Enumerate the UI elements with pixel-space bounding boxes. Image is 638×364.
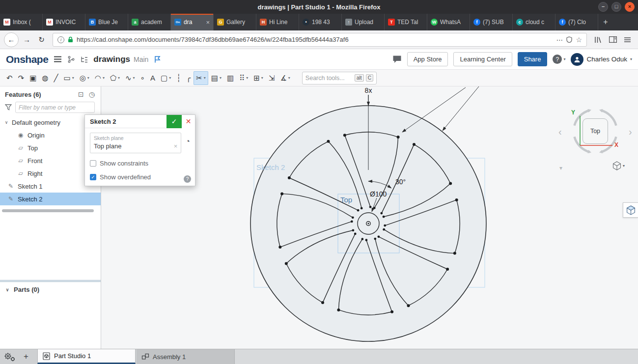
sketch-vertex[interactable] [453, 252, 456, 255]
rotate-left-chevron[interactable]: ‹ [558, 127, 562, 137]
browser-tab-7-clo[interactable]: f(7) Clo [555, 14, 598, 30]
line-icon[interactable]: ╱ [51, 71, 60, 85]
back-button[interactable]: ← [4, 32, 19, 47]
library-icon[interactable] [591, 33, 605, 46]
refresh-button[interactable]: ↻ [35, 33, 48, 46]
app-store-button[interactable]: App Store [407, 52, 448, 66]
sketch-vertex[interactable] [352, 229, 355, 231]
browser-tab-blue-je[interactable]: BBlue Je [85, 14, 128, 30]
close-button[interactable]: × [625, 2, 635, 12]
browser-tab-upload[interactable]: ↑Upload [342, 14, 385, 30]
collapse-caret-icon[interactable]: ∨ [4, 120, 9, 125]
tab-assembly-1[interactable]: Assembly 1 [137, 349, 235, 364]
sketch-vertex[interactable] [321, 301, 324, 304]
chevron-down-icon[interactable]: ▾ [169, 76, 171, 80]
sketch-vertex[interactable] [280, 192, 283, 195]
chevron-down-icon[interactable]: ▾ [72, 76, 74, 80]
user-menu[interactable]: Charles Oduk ▾ [571, 53, 632, 66]
checkbox-show-overdefined[interactable]: ✓Show overdefined [90, 173, 190, 181]
minimize-button[interactable]: – [598, 2, 608, 12]
sketch-vertex[interactable] [407, 304, 410, 307]
feature-item-sketch-2[interactable]: ✎Sketch 2 [0, 193, 101, 205]
ruler-icon[interactable]: ▥ [224, 71, 236, 85]
tab-part-studio-1[interactable]: Part Studio 1 [37, 349, 136, 364]
measure-icon[interactable]: ∡▾ [277, 71, 292, 85]
angle-dimension[interactable]: 30° [395, 178, 406, 186]
sketch-dialog[interactable]: Sketch 2 ✓ ✕ Sketch plane Top plane × ◔ … [84, 114, 195, 186]
slot-icon[interactable]: ▢▾ [158, 71, 173, 85]
sketch-vertex[interactable] [374, 238, 376, 240]
sketch-vertex[interactable] [352, 216, 354, 219]
chevron-down-icon[interactable]: ▾ [288, 76, 290, 80]
sketch-vertex[interactable] [357, 209, 360, 212]
view-cube-menu[interactable]: ▾ [612, 161, 625, 170]
chevron-down-icon[interactable]: ▾ [133, 76, 135, 80]
document-menu-icon[interactable] [54, 56, 62, 62]
help-menu[interactable]: ? ▾ [553, 55, 565, 64]
redo-icon[interactable]: ↷ [16, 71, 27, 85]
pattern-count-dimension[interactable]: 8x [365, 86, 372, 94]
browser-tab-hi-line[interactable]: HHi Line [256, 14, 299, 30]
sphere-icon[interactable]: ◍ [39, 71, 51, 85]
bookmark-star-icon[interactable]: ☆ [576, 36, 582, 44]
versions-icon[interactable] [67, 56, 75, 63]
browser-tab-inbox[interactable]: MInbox ( [0, 14, 43, 30]
sketch-vertex[interactable] [383, 228, 385, 231]
url-bar[interactable]: i https://cad.onshape.com/documents/7398… [53, 33, 587, 47]
chevron-down-icon[interactable]: ▾ [246, 76, 248, 80]
tab-close-icon[interactable]: × [206, 19, 210, 26]
help-icon[interactable]: ? [184, 175, 191, 183]
rotate-right-chevron[interactable]: › [629, 127, 632, 137]
checkbox-show-constraints[interactable]: Show constraints [90, 160, 190, 167]
share-status-icon[interactable] [154, 56, 162, 63]
history-clock-icon[interactable]: ◷ [89, 90, 95, 98]
sketch-vertex[interactable] [351, 221, 353, 223]
browser-tab-gallery[interactable]: GGallery [214, 14, 256, 30]
sketch-vertex[interactable] [327, 140, 330, 143]
sketch-vertex[interactable] [343, 134, 346, 137]
sketch-vertex[interactable] [373, 207, 376, 209]
url-text[interactable]: https://cad.onshape.com/documents/73984c… [77, 36, 553, 43]
sketch-vertex[interactable] [285, 262, 288, 265]
learning-center-button[interactable]: Learning Center [453, 52, 512, 66]
chevron-down-icon[interactable]: ▾ [220, 76, 222, 80]
browser-tab-cloud-c[interactable]: ccloud c [513, 14, 555, 30]
menu-icon[interactable] [621, 33, 634, 46]
browser-tab-whatsa[interactable]: WWhatsA [427, 14, 470, 30]
manage-tabs-gear-icon[interactable] [0, 349, 19, 364]
document-title[interactable]: drawings [93, 55, 130, 64]
diameter-dimension[interactable]: Ø100 [370, 190, 387, 198]
chevron-down-icon[interactable]: ▾ [261, 76, 263, 80]
cancel-button[interactable]: ✕ [182, 115, 195, 128]
filter-funnel-icon[interactable] [5, 104, 12, 111]
filter-input[interactable] [15, 102, 95, 113]
isometric-view-button[interactable] [623, 202, 638, 218]
sketch-vertex[interactable] [378, 235, 380, 238]
spline-icon[interactable]: ∿▾ [123, 71, 138, 85]
new-tab-button[interactable]: + [598, 14, 613, 30]
sidebar-toggle-icon[interactable] [606, 33, 619, 46]
arc-icon[interactable]: ◠▾ [92, 71, 107, 85]
maximize-button[interactable]: □ [611, 2, 621, 12]
help-icon[interactable]: ? [553, 55, 562, 64]
undo-icon[interactable]: ↶ [4, 71, 15, 85]
trim-icon[interactable]: ✂▾ [194, 71, 208, 85]
construction-icon[interactable]: ┆ [174, 71, 183, 85]
sketch-plane-field[interactable]: Sketch plane Top plane × [90, 133, 181, 153]
workspace-name[interactable]: Main [134, 56, 148, 63]
site-info-icon[interactable]: i [57, 36, 64, 43]
offset-icon[interactable]: ▤▾ [209, 71, 224, 85]
more-views-chevron[interactable]: ▾ [559, 165, 562, 171]
search-tools-box[interactable]: alt C [302, 72, 377, 84]
search-tools-input[interactable] [305, 75, 353, 82]
browser-tab-198-43[interactable]: •198 43 [299, 14, 342, 30]
browser-tab-invoic[interactable]: MINVOIC [43, 14, 85, 30]
sketch-vertex[interactable] [446, 268, 449, 271]
browser-tab-academ[interactable]: aacadem [128, 14, 171, 30]
browser-tab-ted-tal[interactable]: TTED Tal [385, 14, 427, 30]
sketch-vertex[interactable] [455, 198, 458, 201]
chevron-down-icon[interactable]: ▾ [87, 76, 89, 80]
share-button[interactable]: Share [518, 52, 548, 66]
sketch-vertex[interactable] [278, 246, 281, 249]
sketch-vertex[interactable] [369, 206, 372, 208]
